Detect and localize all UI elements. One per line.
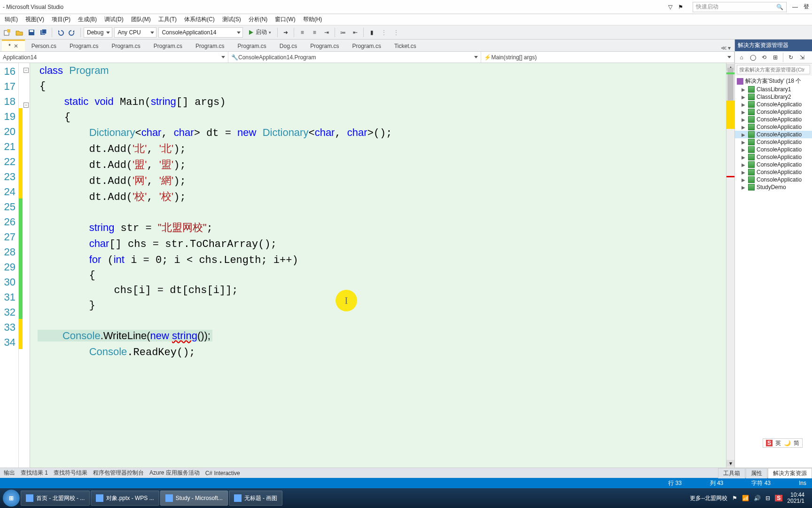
side-tab[interactable]: 属性 — [746, 468, 767, 478]
comment-button[interactable]: ≡ — [297, 27, 307, 38]
save-all-button[interactable] — [39, 27, 49, 38]
undo-button[interactable] — [55, 27, 65, 38]
solution-root[interactable]: 解决方案'Study' (18 个 — [735, 77, 812, 86]
login-button[interactable]: 登 — [804, 3, 809, 11]
project-node[interactable]: ▶ConsoleApplicatio — [735, 131, 812, 138]
bookmark-button[interactable]: ▮ — [367, 27, 377, 38]
project-node[interactable]: ▶ConsoleApplicatio — [735, 108, 812, 116]
open-file-button[interactable] — [14, 27, 24, 38]
code-editor[interactable]: 16171819202122232425262728293031323334 −… — [0, 63, 734, 468]
project-node[interactable]: ▶StudyDemo — [735, 183, 812, 191]
menu-体系结构C[interactable]: 体系结构(C) — [181, 15, 218, 24]
menu-帮助H[interactable]: 帮助(H) — [300, 15, 325, 24]
project-node[interactable]: ▶ConsoleApplicatio — [735, 168, 812, 176]
start-button[interactable]: ⊞ — [3, 490, 20, 507]
toolbar-misc-2[interactable]: ⋮ — [391, 27, 401, 38]
doc-tab[interactable]: Program.cs — [147, 40, 189, 51]
tray-action-icon[interactable]: ⊟ — [765, 495, 770, 501]
tray-volume-icon[interactable]: 🔊 — [754, 495, 761, 501]
start-debug-button[interactable]: 启动 ▾ — [245, 27, 274, 38]
project-node[interactable]: ▶ConsoleApplicatio — [735, 161, 812, 168]
uncomment-button[interactable]: ≡ — [309, 27, 320, 38]
window-minimize-button[interactable]: — — [792, 4, 798, 10]
project-node[interactable]: ▶ConsoleApplicatio — [735, 153, 812, 161]
menu-工具T[interactable]: 工具(T) — [156, 15, 180, 24]
class-dropdown[interactable]: 🔧 ConsoleApplication14.Program — [228, 52, 482, 63]
notifications-icon[interactable]: ▽ — [668, 4, 672, 10]
new-project-button[interactable] — [2, 27, 12, 38]
save-button[interactable] — [26, 27, 37, 38]
doc-tab[interactable]: Dog.cs — [273, 40, 304, 51]
sln-sync-button[interactable]: ⟲ — [759, 53, 769, 62]
config-select[interactable]: Debug — [84, 27, 112, 38]
menu-生成B[interactable]: 生成(B) — [75, 15, 100, 24]
indent-button[interactable]: ⇥ — [321, 27, 332, 38]
format-button[interactable]: ≔ — [338, 27, 348, 38]
startup-project-select[interactable]: ConsoleApplication14 — [158, 27, 243, 38]
doc-tab[interactable]: Ticket.cs — [388, 40, 423, 51]
project-node[interactable]: ▶ConsoleApplicatio — [735, 116, 812, 123]
sln-collapse-button[interactable]: ⇲ — [797, 53, 807, 62]
doc-tab[interactable]: Program.cs — [63, 40, 105, 51]
sln-showall-button[interactable]: ⊞ — [771, 53, 780, 62]
doc-tab[interactable]: Program.cs — [346, 40, 388, 51]
menu-项目P[interactable]: 项目(P) — [49, 15, 73, 24]
doc-tab[interactable]: *✕ — [2, 40, 25, 51]
doc-tab[interactable]: Person.cs — [25, 40, 63, 51]
menu-测试S[interactable]: 测试(S) — [219, 15, 244, 24]
outdent-button[interactable]: ⇤ — [350, 27, 360, 38]
output-tab[interactable]: 程序包管理器控制台 — [93, 469, 144, 477]
menu-分析N[interactable]: 分析(N) — [246, 15, 271, 24]
tray-ime-icon[interactable]: S — [775, 495, 782, 501]
platform-select[interactable]: Any CPU — [114, 27, 156, 38]
tab-overflow-menu[interactable]: ▾ — [728, 45, 731, 51]
taskbar-app[interactable]: 无标题 - 画图 — [229, 491, 283, 506]
solution-search-input[interactable] — [737, 65, 810, 74]
menu-窗口W[interactable]: 窗口(W) — [272, 15, 298, 24]
toolbar-misc-1[interactable]: ⋮ — [379, 27, 389, 38]
side-tab[interactable]: 解决方案资源 — [768, 468, 812, 478]
solution-tree[interactable]: 解决方案'Study' (18 个▶ClassLibrary1▶ClassLib… — [735, 76, 812, 468]
doc-tab[interactable]: Program.cs — [231, 40, 273, 51]
project-node[interactable]: ▶ConsoleApplicatio — [735, 123, 812, 131]
output-tab[interactable]: C# Interactive — [205, 470, 240, 476]
side-tab[interactable]: 工具箱 — [718, 468, 745, 478]
project-node[interactable]: ▶ConsoleApplicatio — [735, 146, 812, 153]
output-tab[interactable]: Azure 应用服务活动 — [149, 469, 200, 477]
namespace-dropdown[interactable]: Application14 — [0, 52, 228, 63]
project-node[interactable]: ▶ClassLibrary2 — [735, 93, 812, 101]
step-button[interactable]: ➜ — [281, 27, 291, 38]
quick-launch-input[interactable]: 快速启动 🔍 — [693, 2, 787, 12]
fold-gutter[interactable]: −− — [23, 63, 30, 468]
doc-tab[interactable]: Program.cs — [304, 40, 345, 51]
menu-团队M[interactable]: 团队(M) — [128, 15, 154, 24]
tab-scroll-left[interactable]: ≪ — [721, 45, 727, 51]
project-node[interactable]: ▶ClassLibrary1 — [735, 86, 812, 93]
editor-scrollbar[interactable]: ▴ ▾ — [726, 63, 734, 468]
project-node[interactable]: ▶ConsoleApplicatio — [735, 138, 812, 146]
sln-refresh-button[interactable]: ↻ — [786, 53, 796, 62]
system-tray[interactable]: 更多--北盟网校 ⚑ 📶 🔊 ⊟ S 10:44 2021/1 — [685, 492, 809, 504]
code-body[interactable]: class Program { static void Main(string[… — [30, 63, 726, 468]
taskbar-app[interactable]: Study - Microsoft... — [160, 491, 228, 506]
taskbar-app[interactable]: 首页 - 北盟网校 - ... — [21, 491, 90, 506]
project-node[interactable]: ▶ConsoleApplicatio — [735, 101, 812, 108]
tray-network-icon[interactable]: 📶 — [742, 495, 749, 501]
sln-home-button[interactable]: ⌂ — [737, 53, 746, 62]
doc-tab[interactable]: Program.cs — [105, 40, 147, 51]
feedback-icon[interactable]: ⚑ — [678, 4, 683, 10]
menu-调试D[interactable]: 调试(D) — [102, 15, 126, 24]
menu-辑E[interactable]: 辑(E) — [2, 15, 21, 24]
close-icon[interactable]: ✕ — [14, 43, 18, 49]
output-tab[interactable]: 输出 — [4, 469, 15, 477]
doc-tab[interactable]: Program.cs — [189, 40, 231, 51]
project-node[interactable]: ▶ConsoleApplicatio — [735, 176, 812, 183]
ime-indicator[interactable]: S 英 🌙 简 — [763, 438, 803, 448]
output-tab[interactable]: 查找符号结果 — [54, 469, 87, 477]
output-tab[interactable]: 查找结果 1 — [21, 469, 48, 477]
taskbar-app[interactable]: 对象.pptx - WPS ... — [91, 491, 159, 506]
redo-button[interactable] — [67, 27, 78, 38]
member-dropdown[interactable]: ⚡ Main(string[] args) — [481, 52, 734, 63]
menu-视图V[interactable]: 视图(V) — [23, 15, 47, 24]
sln-back-button[interactable]: ◯ — [748, 53, 757, 62]
